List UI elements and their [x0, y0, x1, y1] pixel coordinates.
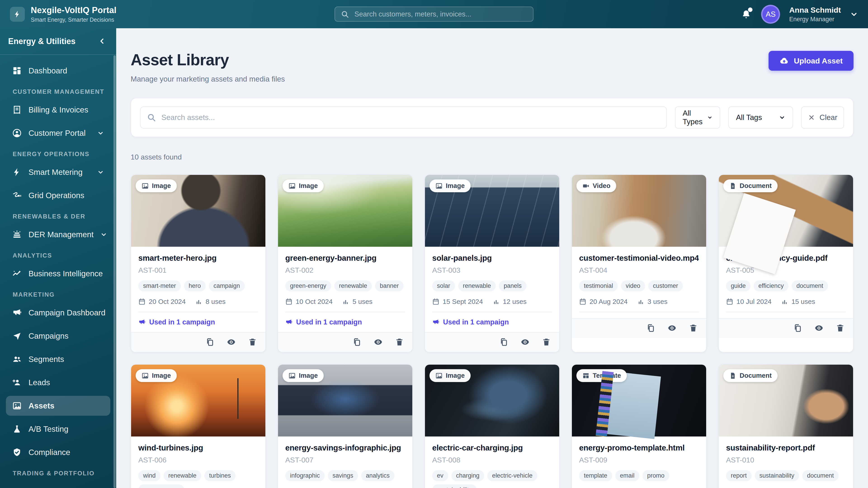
asset-card[interactable]: Image green-energy-banner.jpg AST-002 gr… [278, 174, 413, 352]
copy-asset-button[interactable] [793, 324, 802, 333]
megaphone-icon [432, 319, 439, 326]
copy-asset-button[interactable] [499, 337, 508, 347]
sidebar-item-campaigns[interactable]: Campaigns [6, 326, 110, 346]
preview-asset-button[interactable] [667, 324, 677, 333]
image-icon [12, 401, 22, 411]
trash-icon [689, 324, 698, 332]
copy-asset-button[interactable] [646, 324, 655, 333]
sidebar-item-assets[interactable]: Assets [6, 396, 110, 416]
preview-asset-button[interactable] [814, 324, 824, 333]
asset-id: AST-004 [579, 266, 699, 274]
asset-search-input[interactable] [140, 106, 667, 129]
campaign-usage-link[interactable]: Used in 1 campaign [432, 318, 552, 326]
brand-subtitle: Smart Energy, Smarter Decisions [31, 17, 116, 23]
asset-date: 15 Sept 2024 [442, 298, 483, 305]
delete-asset-button[interactable] [541, 337, 551, 347]
asset-thumbnail: Image [131, 365, 266, 436]
sidebar-section-marketing: MARKETING [13, 291, 110, 298]
asset-tag: green-energy [138, 484, 184, 488]
campaign-usage-link[interactable]: Used in 1 campaign [285, 318, 405, 326]
sidebar-item-der-management[interactable]: DER Management [6, 225, 110, 245]
preview-asset-button[interactable] [226, 337, 236, 347]
asset-tag: sustainability [432, 484, 477, 488]
plug-icon [12, 191, 22, 200]
avatar[interactable]: AS [761, 5, 780, 24]
sidebar-section-customer-management: CUSTOMER MANAGEMENT [13, 88, 110, 95]
asset-actions [131, 332, 266, 352]
asset-id: AST-008 [432, 456, 552, 464]
sidebar-item-grid-operations[interactable]: Grid Operations [6, 186, 110, 205]
asset-tag: efficiency [754, 281, 788, 291]
asset-tag: turbines [204, 470, 236, 481]
delete-asset-button[interactable] [688, 324, 698, 333]
asset-type-badge: Image [283, 369, 324, 382]
copy-icon [499, 337, 508, 347]
asset-card[interactable]: Image solar-panels.jpg AST-003 solarrene… [425, 174, 560, 352]
delete-asset-button[interactable] [395, 337, 404, 347]
user-menu-chevron-icon[interactable] [850, 10, 858, 18]
sidebar-item-campaign-dashboard[interactable]: Campaign Dashboard [6, 303, 110, 323]
sidebar-item-smart-metering[interactable]: Smart Metering [6, 162, 110, 182]
notifications-button[interactable] [740, 8, 752, 20]
asset-tag: wind [138, 470, 160, 481]
delete-asset-button[interactable] [248, 337, 257, 347]
tag-filter-select[interactable]: All Tags [728, 106, 793, 129]
cloud-upload-icon [779, 56, 789, 66]
asset-tag: analytics [361, 470, 395, 481]
sidebar-item-business-intelligence[interactable]: Business Intelligence [6, 264, 110, 284]
sidebar-item-billing-invoices[interactable]: Billing & Invoices [6, 100, 110, 120]
asset-id: AST-009 [579, 456, 699, 464]
global-search-input[interactable] [335, 6, 533, 22]
chevron-down-icon [100, 231, 107, 238]
asset-card[interactable]: Template energy-promo-template.html AST-… [571, 364, 707, 488]
copy-asset-button[interactable] [352, 337, 362, 347]
close-icon [808, 114, 815, 121]
sidebar-section-renewables-der: RENEWABLES & DER [13, 213, 110, 220]
type-filter-select[interactable]: All Types [675, 106, 720, 129]
asset-id: AST-005 [726, 266, 846, 274]
clear-filters-button[interactable]: Clear [801, 106, 844, 129]
sidebar-collapse-button[interactable] [97, 36, 107, 46]
eye-icon [227, 337, 236, 347]
asset-card[interactable]: Document sustainability-report.pdf AST-0… [718, 364, 854, 488]
trash-icon [542, 337, 551, 347]
asset-tag: promo [643, 470, 669, 481]
user-role: Energy Manager [789, 16, 841, 23]
preview-asset-button[interactable] [520, 337, 530, 347]
sidebar-item-compliance[interactable]: Compliance [6, 442, 110, 462]
sidebar-item-leads[interactable]: Leads [6, 372, 110, 392]
asset-card[interactable]: Video customer-testimonial-video.mp4 AST… [571, 174, 707, 352]
asset-uses: 3 uses [648, 298, 668, 305]
bar-chart-icon [342, 298, 349, 305]
asset-type-badge: Document [723, 369, 778, 382]
sidebar-section-trading-portfolio: TRADING & PORTFOLIO [13, 470, 110, 477]
asset-card[interactable]: Document energy-efficiency-guide.pdf AST… [718, 174, 854, 352]
asset-card[interactable]: Image smart-meter-hero.jpg AST-001 smart… [131, 174, 266, 352]
user-info: Anna Schmidt Energy Manager [789, 6, 841, 23]
copy-asset-button[interactable] [205, 337, 215, 347]
sidebar-scrollbar[interactable] [114, 55, 116, 488]
sidebar-item-ab-testing[interactable]: A/B Testing [6, 419, 110, 439]
sidebar: Energy & Utilities Dashboard CUSTOMER MA… [0, 28, 116, 488]
sidebar-item-customer-portal[interactable]: Customer Portal [6, 123, 110, 143]
campaign-usage-link[interactable]: Used in 1 campaign [138, 318, 258, 326]
asset-date: 10 Oct 2024 [296, 298, 333, 305]
upload-asset-button[interactable]: Upload Asset [769, 51, 854, 71]
asset-card[interactable]: Image energy-savings-infographic.jpg AST… [278, 364, 413, 488]
asset-card[interactable]: Image electric-car-charging.jpg AST-008 … [425, 364, 560, 488]
lightning-icon [13, 10, 22, 18]
asset-actions [719, 318, 853, 338]
preview-asset-button[interactable] [373, 337, 383, 347]
asset-card[interactable]: Image wind-turbines.jpg AST-006 windrene… [131, 364, 266, 488]
chevron-down-icon [97, 130, 104, 136]
bar-chart-icon [195, 298, 202, 305]
asset-tag: customer [648, 281, 683, 291]
delete-asset-button[interactable] [835, 324, 845, 333]
asset-tag: banner [375, 281, 403, 291]
asset-date: 20 Oct 2024 [149, 298, 186, 305]
sidebar-item-dashboard[interactable]: Dashboard [6, 61, 110, 80]
asset-actions [425, 332, 559, 352]
bar-chart-icon [781, 298, 788, 305]
sidebar-item-segments[interactable]: Segments [6, 349, 110, 369]
asset-actions [572, 318, 706, 338]
